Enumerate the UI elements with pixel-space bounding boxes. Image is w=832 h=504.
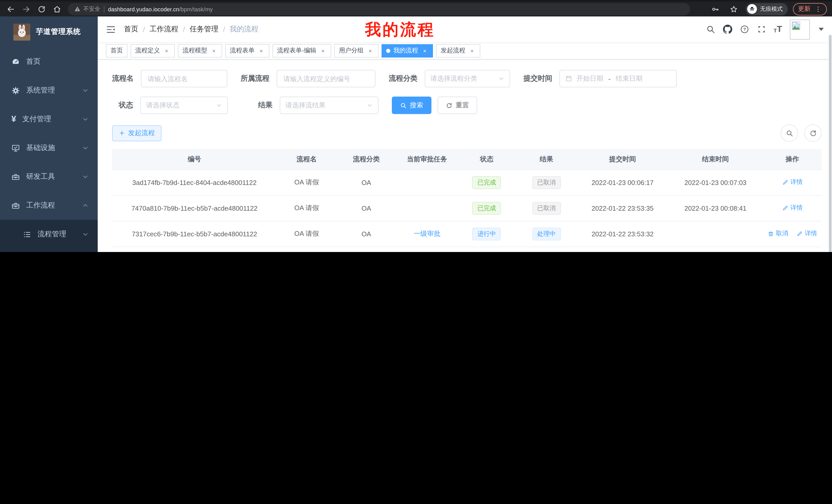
- forward-button[interactable]: [20, 2, 33, 16]
- reload-button[interactable]: [35, 2, 48, 16]
- edit-icon: [797, 231, 803, 237]
- edit-icon: [782, 179, 788, 186]
- url-bar[interactable]: 不安全 dashboard.yudao.iocoder.cn/bpm/task/…: [68, 3, 690, 15]
- result-badge: 处理中: [532, 227, 561, 240]
- cell-id: 7470a810-7b9b-11ec-b5b7-acde48001122: [112, 195, 277, 221]
- tab-start-process[interactable]: 发起流程 ×: [436, 44, 480, 57]
- status-badge: 进行中: [472, 227, 501, 240]
- chevron-down-icon: [82, 87, 88, 93]
- help-icon[interactable]: ?: [740, 25, 749, 34]
- col-result: 结果: [516, 149, 577, 170]
- status-badge: 已完成: [472, 176, 501, 189]
- process-table: 编号 流程名 流程分类 当前审批任务 状态 结果 提交时间 结束时间 操作 3a…: [112, 149, 822, 252]
- close-icon[interactable]: ×: [367, 47, 374, 54]
- tab-home[interactable]: 首页: [106, 44, 128, 57]
- sidebar-item-label: 系统管理: [26, 86, 55, 95]
- incognito-icon: [747, 4, 757, 14]
- current-task-link[interactable]: 一级审批: [414, 230, 440, 237]
- update-label: 更新: [798, 5, 810, 13]
- create-process-button[interactable]: 发起流程: [112, 125, 161, 141]
- refresh-icon: [809, 129, 817, 137]
- breadcrumb-item[interactable]: 首页: [124, 25, 138, 34]
- sidebar-item-label: 研发工具: [26, 172, 55, 181]
- parent-process-input[interactable]: [277, 70, 375, 87]
- github-icon[interactable]: [723, 25, 732, 34]
- status-select[interactable]: 请选择状态: [140, 96, 228, 114]
- fullscreen-icon[interactable]: [757, 25, 766, 34]
- tab-process-form-edit[interactable]: 流程表单-编辑 ×: [272, 44, 331, 57]
- sidebar-item-process-management[interactable]: 流程管理: [0, 220, 98, 249]
- close-icon[interactable]: ×: [258, 47, 265, 54]
- cell-category: OA: [337, 170, 396, 195]
- active-tab-dot: [386, 49, 390, 53]
- page-scrollbar[interactable]: [828, 34, 832, 252]
- avatar[interactable]: [790, 19, 810, 39]
- app-logo[interactable]: 芋道管理系统: [0, 17, 98, 47]
- detail-action-button[interactable]: 详情: [782, 178, 803, 187]
- tab-process-model[interactable]: 流程模型 ×: [178, 44, 222, 57]
- close-icon[interactable]: ×: [421, 47, 428, 54]
- content: 流程名 所属流程 流程分类 请选择流程分类: [98, 60, 832, 252]
- sidebar-item-task-management[interactable]: 任务管理: [0, 249, 98, 252]
- show-search-button[interactable]: [781, 124, 798, 142]
- cell-category: OA: [337, 247, 396, 252]
- tab-process-definition[interactable]: 流程定义 ×: [131, 44, 175, 57]
- tab-process-form[interactable]: 流程表单 ×: [225, 44, 269, 57]
- reset-button[interactable]: 重置: [438, 96, 477, 114]
- breadcrumb-item[interactable]: 工作流程: [150, 25, 178, 34]
- close-icon[interactable]: ×: [163, 47, 170, 54]
- cancel-action-button[interactable]: 取消: [768, 229, 788, 238]
- col-current-task: 当前审批任务: [396, 149, 458, 170]
- detail-action-button[interactable]: 详情: [782, 204, 803, 213]
- update-button[interactable]: 更新: [793, 3, 827, 15]
- sidebar-item-label: 工作流程: [26, 201, 55, 210]
- status-label: 状态: [119, 101, 133, 110]
- trash-icon: [768, 231, 774, 237]
- refresh-table-button[interactable]: [804, 124, 822, 142]
- tab-user-group[interactable]: 用户分组 ×: [334, 44, 379, 57]
- close-icon[interactable]: ×: [319, 47, 327, 54]
- cell-process-name: OA 请假: [277, 221, 336, 247]
- sidebar-item-workflow[interactable]: 工作流程: [0, 191, 98, 220]
- close-icon[interactable]: ×: [210, 47, 217, 54]
- table-row: 7317cec6-7b9b-11ec-b5b7-acde48001122OA 请…: [112, 221, 822, 247]
- date-end-placeholder: 结束日期: [616, 74, 643, 83]
- sidebar-collapse-icon[interactable]: [106, 24, 116, 34]
- result-select[interactable]: 请选择流结果: [280, 96, 379, 114]
- font-size-icon[interactable]: TT: [774, 25, 782, 33]
- sidebar-item-home[interactable]: 首页: [0, 47, 98, 76]
- cell-end-time: 2022-01-23 00:08:41: [668, 195, 763, 221]
- close-icon[interactable]: ×: [468, 47, 476, 54]
- password-key-icon[interactable]: [709, 2, 722, 16]
- tab-my-process[interactable]: 我的流程 ×: [382, 44, 433, 57]
- submit-time-range-picker[interactable]: 开始日期 - 结束日期: [560, 70, 677, 87]
- navbar: 首页 / 工作流程 / 任务管理 / 我的流程 我的流程: [98, 17, 832, 42]
- back-button[interactable]: [4, 2, 18, 16]
- cell-current-task: 一级审批: [396, 221, 458, 247]
- search-icon[interactable]: [706, 25, 715, 34]
- bookmark-star-icon[interactable]: [727, 2, 740, 16]
- process-name-label: 流程名: [112, 74, 134, 83]
- sidebar-item-payment[interactable]: ¥ 支付管理: [0, 105, 98, 134]
- dashboard-icon: [11, 57, 20, 66]
- workflow-submenu: 流程管理 任务管理 我的流程: [0, 220, 98, 252]
- detail-action-button[interactable]: 详情: [797, 229, 817, 238]
- process-name-input[interactable]: [141, 70, 227, 87]
- cell-end-time: 2022-01-22 23:51:20: [668, 247, 763, 252]
- gear-icon: [11, 86, 20, 95]
- tabs-bar: 首页 流程定义 × 流程模型 × 流程表单 × 流程表单-编辑 ×: [98, 42, 832, 60]
- cell-id: 3ad174fb-7b9d-11ec-8404-acde48001122: [112, 170, 277, 195]
- category-select[interactable]: 请选择流程分类: [425, 70, 510, 87]
- sidebar-item-dev-tools[interactable]: 研发工具: [0, 162, 98, 191]
- chevron-down-icon[interactable]: [818, 28, 824, 31]
- breadcrumb-item[interactable]: 任务管理: [190, 25, 218, 34]
- sidebar-item-system[interactable]: 系统管理: [0, 76, 98, 105]
- security-label: 不安全: [83, 5, 100, 13]
- chevron-down-icon: [82, 231, 88, 237]
- sidebar-item-infrastructure[interactable]: 基础设施: [0, 134, 98, 162]
- table-row: 2152467e-7b9b-11ec-9a1b-acde48001122OA 请…: [112, 247, 822, 252]
- col-category: 流程分类: [337, 149, 396, 170]
- scrollbar-thumb[interactable]: [829, 35, 831, 252]
- search-button[interactable]: 搜索: [392, 96, 432, 114]
- home-button[interactable]: [50, 2, 64, 16]
